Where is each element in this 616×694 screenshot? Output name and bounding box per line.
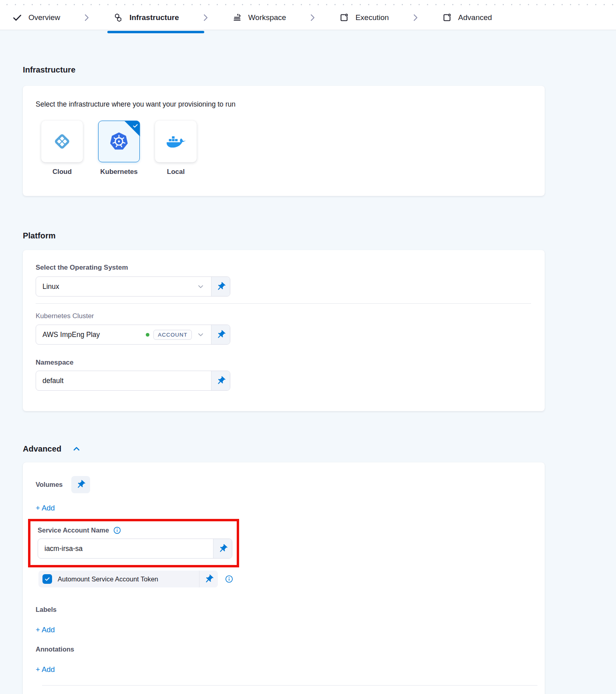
tab-execution[interactable]: Execution [339, 12, 389, 23]
annotation-highlight-box: Service Account Name [28, 519, 239, 567]
divider [42, 685, 537, 686]
pin-icon [204, 574, 214, 584]
annotations-label: Annotations [36, 646, 532, 653]
chevron-right-icon [411, 13, 420, 22]
dotted-top-strip [0, 0, 616, 5]
cloud-provider-icon [51, 131, 73, 152]
infrastructure-option-local: Local [155, 121, 197, 176]
tab-overview[interactable]: Overview [12, 12, 60, 23]
advanced-card: Volumes + Add Service Account Name [23, 462, 545, 694]
active-tab-indicator [107, 31, 204, 33]
scope-badge: ACCOUNT [153, 330, 192, 340]
info-icon[interactable] [225, 575, 234, 583]
check-icon [12, 12, 22, 23]
tab-workspace[interactable]: Workspace [232, 12, 286, 23]
pin-runtime-input-button[interactable] [199, 571, 218, 587]
tab-label: Advanced [458, 13, 492, 22]
pin-icon [216, 282, 226, 292]
namespace-field-label: Namespace [36, 359, 532, 367]
chevron-down-icon[interactable] [197, 282, 205, 291]
platform-section-heading: Platform [23, 231, 616, 240]
tab-label: Execution [355, 13, 389, 22]
cluster-field-label: Kubernetes Cluster [36, 312, 532, 320]
box-gear-icon [442, 12, 452, 23]
infrastructure-option-cloud: Cloud [41, 121, 83, 176]
box-gear-icon [339, 12, 349, 23]
chevron-right-icon [201, 13, 210, 22]
advanced-section-heading: Advanced [23, 444, 61, 454]
infrastructure-section-heading: Infrastructure [23, 65, 616, 75]
pin-runtime-input-button[interactable] [211, 371, 230, 390]
volumes-label: Volumes [36, 481, 63, 488]
namespace-input[interactable] [42, 377, 205, 385]
platform-card: Select the Operating System Linux Kubern… [23, 250, 545, 411]
infrastructure-card: Select the infrastructure where you want… [23, 86, 545, 196]
connector-status-dot [146, 333, 149, 337]
pin-icon [218, 544, 228, 554]
namespace-input-group [36, 371, 230, 391]
check-icon [44, 576, 50, 582]
hexagons-icon [113, 12, 123, 23]
chevron-up-icon [72, 444, 81, 454]
collapse-section-button[interactable] [72, 444, 81, 454]
os-select[interactable]: Linux [36, 277, 211, 296]
tab-advanced[interactable]: Advanced [442, 12, 492, 23]
stack-icon [232, 12, 242, 23]
tile-label: Kubernetes [100, 168, 138, 176]
automount-label: Automount Service Account Token [58, 575, 158, 583]
tile-label: Local [167, 168, 185, 176]
docker-icon [165, 131, 187, 152]
service-account-name-input[interactable] [44, 545, 207, 553]
pin-icon [216, 376, 226, 386]
service-account-input-group [38, 539, 232, 559]
tab-label: Overview [28, 13, 60, 22]
pin-icon [76, 480, 86, 490]
os-field-label: Select the Operating System [36, 264, 532, 272]
infrastructure-options: Cloud [36, 121, 532, 176]
service-account-name-label: Service Account Name [38, 527, 109, 534]
add-annotation-button[interactable]: + Add [36, 665, 55, 674]
pin-runtime-input-button[interactable] [211, 325, 230, 344]
kubernetes-icon [108, 131, 130, 152]
pin-runtime-input-button[interactable] [71, 476, 90, 493]
add-label-button[interactable]: + Add [36, 625, 55, 634]
wizard-tab-bar: Overview Infrastructure Workspace Execut… [0, 5, 616, 30]
chevron-right-icon [308, 13, 317, 22]
tab-infrastructure[interactable]: Infrastructure [113, 12, 179, 23]
add-volume-button[interactable]: + Add [36, 504, 55, 512]
chevron-right-icon [82, 13, 91, 22]
divider [36, 303, 531, 304]
pin-runtime-input-button[interactable] [213, 539, 232, 558]
tile-label: Cloud [52, 168, 72, 176]
pin-runtime-input-button[interactable] [211, 277, 230, 296]
infrastructure-option-kubernetes: Kubernetes [98, 121, 140, 176]
check-icon [132, 123, 139, 129]
tab-label: Workspace [248, 13, 286, 22]
cluster-select-group: AWS ImpEng Play ACCOUNT [36, 325, 230, 345]
os-select-group: Linux [36, 276, 230, 297]
tab-label: Infrastructure [129, 13, 179, 22]
cloud-option-tile[interactable] [41, 121, 83, 162]
local-option-tile[interactable] [155, 121, 197, 162]
pin-icon [216, 330, 226, 340]
cluster-select-value: AWS ImpEng Play [42, 331, 100, 339]
automount-token-row: Automount Service Account Token [38, 571, 218, 587]
kubernetes-option-tile[interactable] [98, 121, 140, 162]
cluster-select[interactable]: AWS ImpEng Play ACCOUNT [36, 325, 211, 344]
automount-checkbox[interactable] [42, 574, 52, 584]
labels-label: Labels [36, 606, 532, 613]
info-icon[interactable] [113, 526, 121, 535]
chevron-down-icon[interactable] [197, 331, 205, 339]
os-select-value: Linux [42, 282, 59, 291]
infrastructure-description: Select the infrastructure where you want… [36, 100, 532, 109]
